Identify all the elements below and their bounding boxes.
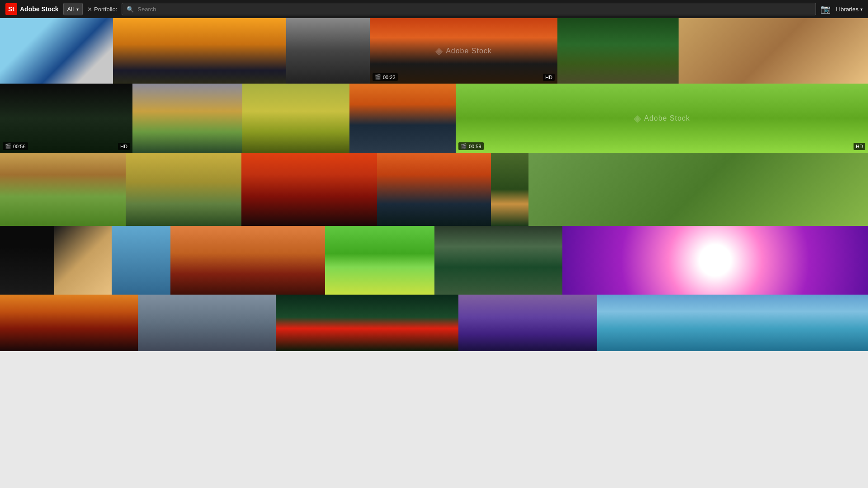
header-right: 📷 Libraries ▾	[821, 4, 863, 14]
grid-cell-dark-video[interactable]: 🎬00:56HD	[0, 84, 132, 153]
hd-badge: HD	[118, 143, 130, 150]
grid-cell-shell[interactable]	[54, 226, 112, 295]
grid-cell-sunset-water[interactable]	[349, 84, 456, 153]
grid-cell-green-caterpillar[interactable]: ◈Adobe Stock🎬00:59HD	[456, 84, 868, 153]
libraries-label: Libraries	[836, 6, 859, 13]
logo-area: St Adobe Stock	[5, 3, 59, 15]
video-time: 00:59	[469, 144, 481, 149]
grid-cell-heron[interactable]	[112, 226, 170, 295]
search-bar[interactable]: 🔍	[122, 3, 816, 15]
grid-cell-tall-trees1[interactable]	[491, 153, 528, 226]
grid-cell-red-flower-bottom[interactable]	[276, 295, 458, 351]
grid-cell-frog-green[interactable]	[325, 226, 434, 295]
grid-cell-snail[interactable]	[0, 226, 54, 295]
filter-label: All	[67, 6, 74, 13]
libraries-chevron-icon: ▾	[860, 7, 863, 12]
grid-cell-deer[interactable]	[126, 153, 241, 226]
hd-badge: HD	[854, 143, 865, 150]
grid-row-0: ◈Adobe Stock🎬00:22HD	[0, 18, 868, 84]
grid-cell-sunset-marsh[interactable]	[377, 153, 491, 226]
grid-cell-purple-sky-bottom[interactable]	[458, 295, 597, 351]
adobe-logo-icon: St	[5, 3, 17, 15]
grid-cell-ferris-wheel[interactable]	[0, 18, 113, 84]
grid-cell-crane-bird[interactable]	[679, 18, 868, 84]
grid-cell-bw-tower[interactable]	[286, 18, 370, 84]
hd-badge: HD	[543, 74, 555, 81]
filter-dropdown[interactable]: All ▾	[63, 3, 83, 15]
grid-cell-sunset-trees[interactable]	[113, 18, 286, 84]
portfolio-close-icon[interactable]: ✕	[87, 6, 92, 13]
video-camera-icon: 🎬	[375, 74, 381, 80]
grid-row-4	[0, 295, 868, 351]
grid-cell-autumn-forest[interactable]	[132, 84, 242, 153]
grid-row-3	[0, 226, 868, 295]
adobe-stock-watermark: ◈Adobe Stock	[634, 113, 690, 124]
grid-row-2	[0, 153, 868, 226]
video-duration-badge: 🎬00:59	[458, 142, 484, 150]
adobe-stock-watermark: ◈Adobe Stock	[435, 46, 492, 56]
portfolio-label: Portfolio:	[94, 6, 117, 13]
grid-cell-forest-road[interactable]	[557, 18, 679, 84]
grid-cell-tall-trees2[interactable]	[528, 153, 868, 226]
video-camera-icon: 🎬	[5, 143, 11, 149]
video-duration-badge: 🎬00:56	[3, 142, 28, 150]
grid-cell-silhouette[interactable]	[241, 153, 377, 226]
grid-row-1: 🎬00:56HD◈Adobe Stock🎬00:59HD	[0, 84, 868, 153]
video-camera-icon: 🎬	[461, 143, 467, 149]
chevron-down-icon: ▾	[76, 7, 79, 12]
portfolio-tag: ✕ Portfolio:	[87, 6, 117, 13]
grid-cell-red-bird[interactable]	[242, 84, 349, 153]
grid-cell-blue-sky-bottom[interactable]	[597, 295, 868, 351]
video-duration-badge: 🎬00:22	[373, 73, 398, 81]
video-time: 00:56	[13, 144, 26, 149]
app-title: Adobe Stock	[20, 5, 59, 13]
grid-cell-fire-sky[interactable]: ◈Adobe Stock🎬00:22HD	[370, 18, 557, 84]
search-input[interactable]	[137, 6, 811, 13]
video-time: 00:22	[383, 75, 396, 80]
app-header: St Adobe Stock All ▾ ✕ Portfolio: 🔍 📷 Li…	[0, 0, 868, 18]
libraries-button[interactable]: Libraries ▾	[836, 6, 863, 13]
grid-cell-purple-flower[interactable]	[562, 226, 868, 295]
grid-cell-lake-bottom[interactable]	[138, 295, 276, 351]
grid-cell-waterfall[interactable]	[434, 226, 562, 295]
grid-cell-horse[interactable]	[0, 153, 126, 226]
camera-icon[interactable]: 📷	[821, 4, 830, 14]
image-grid: ◈Adobe Stock🎬00:22HD🎬00:56HD◈Adobe Stock…	[0, 18, 868, 488]
grid-cell-sunrise-bottom[interactable]	[0, 295, 138, 351]
search-icon: 🔍	[127, 6, 134, 13]
grid-cell-fog-sunset[interactable]	[170, 226, 325, 295]
